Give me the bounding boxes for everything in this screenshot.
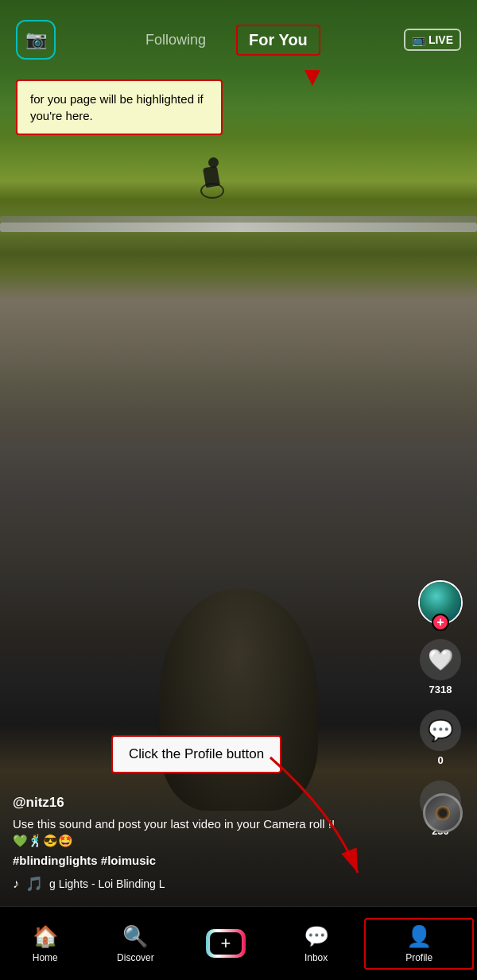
follow-plus-button[interactable]: +	[432, 614, 449, 631]
nav-home[interactable]: 🏠 Home	[0, 918, 91, 970]
guardrail	[0, 223, 477, 232]
nav-add-post[interactable]: +	[180, 923, 271, 964]
live-label: LIVE	[429, 33, 453, 46]
home-icon: 🏠	[33, 924, 58, 949]
nav-tabs: Following For You	[139, 25, 320, 56]
plus-icon: +	[221, 933, 231, 954]
nav-inbox[interactable]: 💬 Inbox	[271, 918, 362, 970]
like-icon: 🤍	[420, 639, 461, 680]
arrow-down-top	[304, 70, 320, 86]
phone-container: 📷 Following For You 📺 LIVE for you page …	[0, 0, 477, 980]
tiktok-logo-small: ♪	[13, 877, 19, 891]
profile-label: Profile	[405, 952, 432, 963]
add-post-inner: +	[210, 932, 242, 955]
add-post-button[interactable]: +	[206, 929, 246, 958]
comment-count: 0	[437, 754, 443, 766]
music-disc-inner	[436, 806, 450, 820]
discover-icon: 🔍	[122, 924, 148, 949]
music-icon: 🎵	[25, 875, 43, 893]
discover-label: Discover	[117, 952, 154, 963]
profile-icon: 👤	[406, 924, 432, 949]
music-disc	[423, 793, 463, 833]
comment-icon: 💬	[420, 710, 461, 751]
avatar-container[interactable]: +	[418, 580, 463, 625]
live-button[interactable]: 📺 LIVE	[404, 29, 461, 51]
sound-text: g Lights - Loi Blinding L	[49, 877, 165, 890]
tooltip-top: for you page will be highlighted if you'…	[16, 79, 223, 135]
inbox-icon: 💬	[304, 924, 329, 949]
bottom-nav: 🏠 Home 🔍 Discover + 💬 Inbox 👤 Profile	[0, 906, 477, 980]
for-you-tab[interactable]: For You	[236, 25, 320, 56]
tv-icon: 📺	[412, 33, 425, 46]
nav-discover[interactable]: 🔍 Discover	[91, 918, 181, 970]
camera-add-icon: 📷	[25, 29, 47, 50]
like-count: 7318	[429, 684, 452, 695]
arrow-to-profile	[223, 742, 382, 901]
comment-action[interactable]: 💬 0	[420, 710, 461, 766]
add-video-button[interactable]: 📷	[16, 20, 56, 60]
home-label: Home	[33, 952, 58, 963]
cyclist	[200, 155, 224, 199]
like-action[interactable]: 🤍 7318	[420, 639, 461, 695]
nav-profile[interactable]: 👤 Profile	[364, 918, 474, 970]
inbox-label: Inbox	[304, 952, 328, 963]
tooltip-top-text: for you page will be highlighted if you'…	[30, 92, 204, 122]
top-nav: 📷 Following For You 📺 LIVE	[0, 0, 477, 72]
following-tab[interactable]: Following	[139, 29, 212, 52]
